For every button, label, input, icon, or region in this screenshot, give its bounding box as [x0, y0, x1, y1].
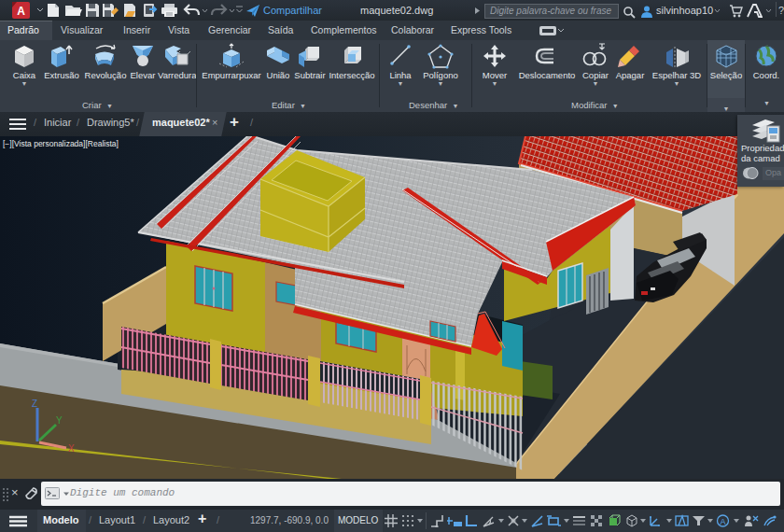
- svg-text:A: A: [721, 517, 726, 526]
- svg-text:?: ?: [778, 5, 784, 16]
- svg-text:X: X: [68, 443, 75, 454]
- svg-text:Z: Z: [32, 399, 37, 409]
- svg-text:Y: Y: [56, 415, 63, 426]
- svg-text:A: A: [17, 5, 25, 18]
